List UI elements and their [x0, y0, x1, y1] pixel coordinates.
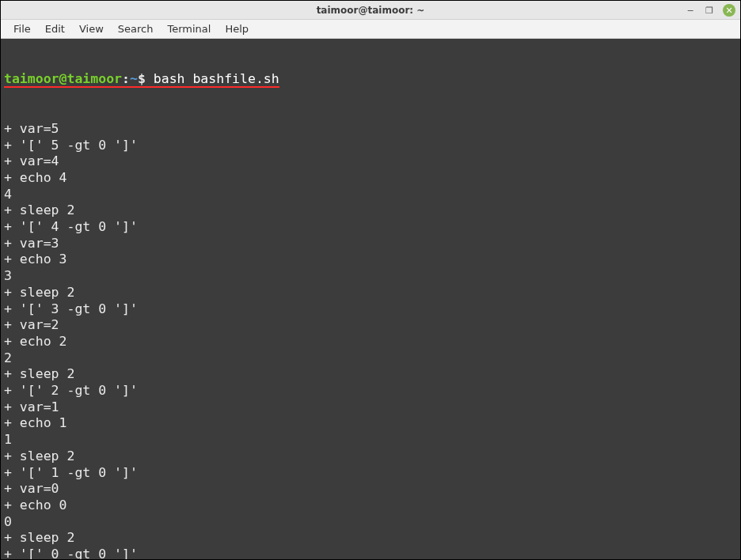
- terminal-window: taimoor@taimoor: ~ − ❐ ✕ File Edit View …: [1, 1, 740, 559]
- output-line: + var=0: [4, 481, 737, 498]
- titlebar[interactable]: taimoor@taimoor: ~ − ❐ ✕: [1, 1, 740, 20]
- close-icon[interactable]: ✕: [723, 4, 735, 17]
- output-line: + '[' 0 -gt 0 ']': [4, 547, 737, 559]
- entered-command: bash bashfile.sh: [146, 71, 279, 86]
- output-line: + sleep 2: [4, 448, 737, 465]
- output-line: 3: [4, 268, 737, 285]
- menu-help[interactable]: Help: [218, 21, 255, 36]
- terminal-output: + var=5+ '[' 5 -gt 0 ']'+ var=4+ echo 44…: [4, 121, 737, 559]
- prompt-line-1: taimoor@taimoor:~$ bash bashfile.sh: [4, 71, 737, 88]
- output-line: + echo 0: [4, 498, 737, 514]
- output-line: + echo 2: [4, 334, 737, 350]
- window-title: taimoor@taimoor: ~: [317, 5, 425, 16]
- output-line: + '[' 1 -gt 0 ']': [4, 465, 737, 482]
- output-line: + var=5: [4, 121, 737, 138]
- output-line: + sleep 2: [4, 530, 737, 547]
- output-line: + sleep 2: [4, 202, 737, 219]
- menu-view[interactable]: View: [73, 21, 110, 36]
- menu-search[interactable]: Search: [112, 21, 160, 36]
- maximize-icon[interactable]: ❐: [704, 5, 715, 16]
- menubar: File Edit View Search Terminal Help: [1, 20, 740, 39]
- minimize-icon[interactable]: −: [685, 5, 696, 16]
- window-controls: − ❐ ✕: [685, 1, 735, 20]
- output-line: + var=1: [4, 399, 737, 416]
- output-line: + echo 4: [4, 170, 737, 187]
- output-line: 4: [4, 187, 737, 203]
- output-line: + echo 3: [4, 252, 737, 268]
- menu-edit[interactable]: Edit: [39, 21, 71, 36]
- menu-file[interactable]: File: [7, 21, 37, 36]
- prompt-sigil: $: [138, 71, 146, 86]
- terminal-viewport[interactable]: taimoor@taimoor:~$ bash bashfile.sh + va…: [1, 39, 740, 559]
- output-line: + echo 1: [4, 415, 737, 432]
- output-line: + var=2: [4, 317, 737, 334]
- output-line: + '[' 4 -gt 0 ']': [4, 219, 737, 236]
- prompt-userhost: taimoor@taimoor: [4, 71, 122, 86]
- output-line: 1: [4, 432, 737, 448]
- output-line: + '[' 2 -gt 0 ']': [4, 383, 737, 399]
- output-line: + var=4: [4, 153, 737, 170]
- output-line: + sleep 2: [4, 285, 737, 301]
- output-line: + '[' 3 -gt 0 ']': [4, 301, 737, 318]
- output-line: + sleep 2: [4, 366, 737, 383]
- output-line: 2: [4, 350, 737, 367]
- output-line: + var=3: [4, 236, 737, 252]
- output-line: + '[' 5 -gt 0 ']': [4, 138, 737, 154]
- menu-terminal[interactable]: Terminal: [161, 21, 217, 36]
- prompt-path: ~: [130, 71, 138, 86]
- output-line: 0: [4, 514, 737, 531]
